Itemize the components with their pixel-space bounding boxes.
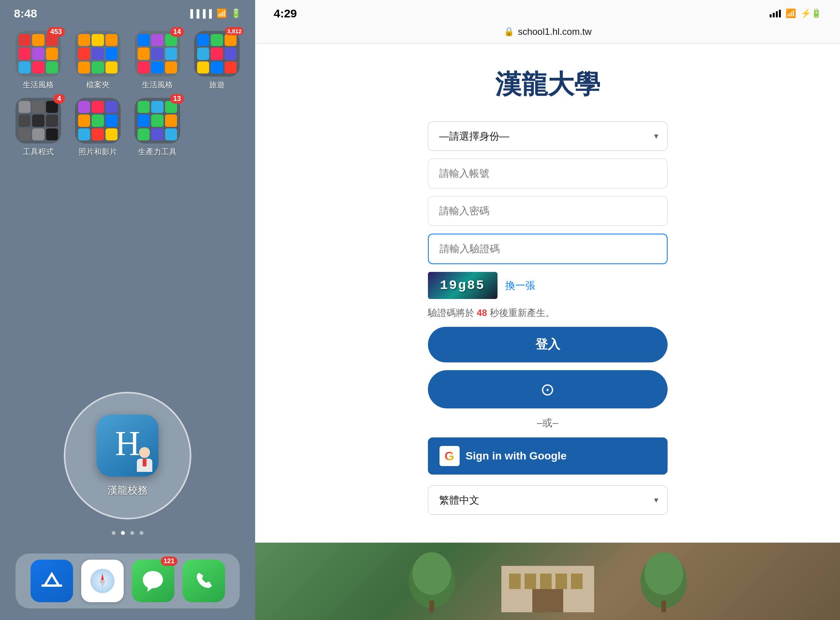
svg-rect-8: [429, 601, 434, 612]
address-bar[interactable]: 🔒 school1.hl.com.tw: [504, 26, 592, 37]
svg-rect-10: [509, 574, 521, 589]
biometric-button[interactable]: ⊙: [428, 370, 668, 408]
countdown-suffix: 秒後重新產生。: [490, 307, 555, 318]
person-head: [139, 447, 150, 458]
spotlight-circle: H 漢龍校務: [64, 392, 191, 519]
library-scene: [255, 543, 840, 620]
badge-lifestyle1: 453: [47, 27, 65, 37]
folder-photos[interactable]: 照片和影片: [73, 98, 123, 157]
tree-left: [401, 550, 478, 612]
folder-label-lifestyle1: 生活風格: [23, 80, 54, 90]
folder-label-files: 檔案夾: [86, 80, 109, 90]
or-divider: –或–: [428, 416, 668, 430]
folder-files[interactable]: 檔案夾: [73, 31, 123, 90]
folder-lifestyle1[interactable]: 453 生活風格: [13, 31, 63, 90]
svg-rect-18: [661, 601, 666, 612]
captcha-text: 19g85: [440, 278, 485, 293]
google-signin-label: Sign in with Google: [466, 450, 567, 462]
google-logo-box: G: [440, 446, 460, 466]
iphone-status-bar: 8:48 ▐▐▐▐ 📶 🔋: [0, 0, 255, 23]
dock-messages-badge: 121: [161, 557, 177, 566]
iphone-time: 8:48: [14, 7, 37, 20]
role-select-wrapper: —請選擇身份— 學生 教師 職員 ▾: [428, 121, 668, 151]
dock-app-store[interactable]: [31, 560, 73, 602]
folder-label-travel: 旅遊: [209, 80, 225, 90]
iphone-panel: 8:48 ▐▐▐▐ 📶 🔋 453 生活風格: [0, 0, 255, 620]
app-grid: 453 生活風格: [4, 31, 251, 157]
svg-point-7: [412, 552, 451, 595]
folder-label-productivity: 生產力工具: [138, 147, 177, 157]
university-title: 漢龍大學: [495, 67, 600, 102]
browser-chrome: 4:29 📶 ⚡🔋 🔒 school1.hl.com.tw: [255, 0, 840, 44]
folder-label-lifestyle2: 生活風格: [142, 80, 173, 90]
lock-icon: 🔒: [504, 27, 514, 37]
fingerprint-icon: ⊙: [540, 379, 555, 399]
countdown-text: 驗證碼將於 48 秒後重新產生。: [428, 307, 668, 319]
badge-lifestyle2: 14: [170, 27, 184, 37]
person-body: [137, 459, 152, 472]
url-text: school1.hl.com.tw: [518, 26, 592, 37]
svg-rect-12: [540, 574, 552, 589]
page-dot-4: [140, 531, 143, 535]
dock-messages[interactable]: 121: [132, 560, 174, 602]
dock: 121: [15, 553, 240, 608]
language-select-wrapper: 繁體中文 English 日本語 ▾: [428, 485, 668, 515]
captcha-image: 19g85: [428, 272, 498, 299]
svg-rect-15: [532, 589, 563, 612]
folder-label-tools: 工具程式: [23, 147, 54, 157]
badge-productivity: 13: [170, 94, 184, 104]
browser-battery-icon: ⚡🔋: [801, 9, 821, 19]
account-input[interactable]: [428, 159, 668, 188]
password-input[interactable]: [428, 196, 668, 226]
language-select[interactable]: 繁體中文 English 日本語: [428, 485, 668, 515]
folder-tools[interactable]: 4 工具程式: [13, 98, 63, 157]
svg-rect-14: [571, 574, 583, 589]
iphone-status-icons: ▐▐▐▐ 📶 🔋: [187, 9, 241, 19]
badge-travel: 3,812: [225, 27, 244, 35]
svg-rect-11: [525, 574, 536, 589]
login-form: —請選擇身份— 學生 教師 職員 ▾ 19g85 換一張: [428, 121, 668, 515]
countdown-prefix: 驗證碼將於: [428, 307, 474, 318]
browser-wifi-icon: 📶: [785, 9, 796, 19]
browser-signal-icon: [770, 10, 781, 17]
role-select[interactable]: —請選擇身份— 學生 教師 職員: [428, 121, 668, 151]
address-bar-row: 🔒 school1.hl.com.tw: [255, 23, 840, 43]
google-signin-button[interactable]: G Sign in with Google: [428, 437, 668, 475]
person-tie: [143, 459, 147, 466]
refresh-captcha-link[interactable]: 換一張: [505, 279, 535, 292]
folder-label-photos: 照片和影片: [78, 147, 117, 157]
person-avatar: [134, 447, 155, 473]
svg-point-17: [644, 552, 683, 595]
page-dots: [112, 531, 143, 535]
badge-tools: 4: [53, 94, 65, 104]
browser-status-icons: 📶 ⚡🔋: [770, 9, 821, 19]
signal-icon: ▐▐▐▐: [187, 9, 213, 18]
folder-productivity[interactable]: 13 生產力工具: [132, 98, 182, 157]
dock-phone[interactable]: [182, 560, 225, 602]
browser-time: 4:29: [274, 7, 297, 20]
login-button[interactable]: 登入: [428, 327, 668, 362]
tree-right: [617, 550, 695, 612]
hanlong-app-icon[interactable]: H: [97, 415, 158, 477]
building-library: [490, 550, 606, 612]
battery-icon: 🔋: [231, 9, 241, 19]
page-dot-2: [121, 531, 125, 535]
dock-safari[interactable]: [81, 560, 124, 602]
spotlight-app-label: 漢龍校務: [107, 483, 148, 497]
wifi-icon: 📶: [216, 9, 227, 19]
page-dot-3: [130, 531, 134, 535]
folder-lifestyle2[interactable]: 14 生活風格: [132, 31, 182, 90]
bottom-image-strip: [255, 543, 840, 620]
captcha-input[interactable]: [428, 234, 668, 264]
web-panel: 4:29 📶 ⚡🔋 🔒 school1.hl.com.tw 漢龍大學: [255, 0, 840, 620]
captcha-row: 19g85 換一張: [428, 272, 668, 299]
page-dot-1: [112, 531, 116, 535]
countdown-num: 48: [477, 307, 487, 318]
login-page: 漢龍大學 —請選擇身份— 學生 教師 職員 ▾ 19g: [255, 44, 840, 543]
google-g-icon: G: [445, 449, 454, 463]
svg-rect-13: [555, 574, 567, 589]
browser-status-bar: 4:29 📶 ⚡🔋: [255, 0, 840, 23]
folder-travel[interactable]: 3,812 旅遊: [192, 31, 242, 90]
